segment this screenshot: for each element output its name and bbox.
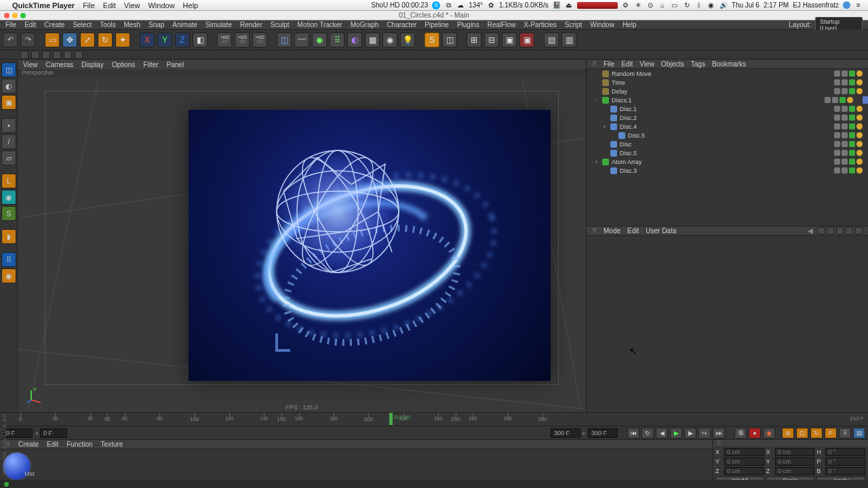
primitive-cube[interactable]: ◫ bbox=[277, 33, 292, 47]
realflow-icon[interactable]: S bbox=[425, 33, 439, 47]
workplane-mode[interactable]: ▣ bbox=[1, 95, 16, 110]
tag-icon[interactable] bbox=[825, 97, 831, 103]
attr-icon[interactable] bbox=[855, 227, 863, 235]
undo-button[interactable]: ↶ bbox=[3, 33, 18, 47]
object-row[interactable]: Random Move bbox=[587, 69, 868, 78]
prev-frame-button[interactable]: ◀ bbox=[656, 428, 668, 439]
object-row[interactable]: Delay bbox=[587, 87, 868, 96]
layer-dot-icon[interactable] bbox=[856, 70, 863, 77]
tag-icon[interactable] bbox=[834, 123, 840, 129]
tag-icon[interactable] bbox=[842, 141, 848, 147]
object-row[interactable]: Disc.2 bbox=[587, 113, 868, 122]
object-row[interactable]: Disc.1 bbox=[587, 104, 868, 113]
attr-icon[interactable] bbox=[846, 227, 853, 235]
om-menu[interactable]: Bookmarks bbox=[712, 60, 746, 68]
wifi-icon[interactable]: ◉ bbox=[707, 1, 715, 9]
tag-icon[interactable] bbox=[834, 106, 840, 112]
axis-x-toggle[interactable]: X bbox=[140, 33, 155, 47]
eject-icon[interactable]: ⏏ bbox=[565, 1, 573, 9]
tag-icon[interactable] bbox=[849, 88, 855, 94]
select-tool[interactable]: ▭ bbox=[45, 33, 60, 47]
menu-view[interactable]: View bbox=[124, 1, 140, 9]
status-time[interactable]: 2:17 PM bbox=[764, 1, 789, 9]
status-user[interactable]: EJ Hassenfratz bbox=[793, 1, 839, 9]
app-name[interactable]: QuickTime Player bbox=[12, 1, 75, 9]
object-row[interactable]: Disc bbox=[587, 140, 868, 148]
om-menu[interactable]: File bbox=[604, 60, 614, 68]
timemachine-icon[interactable]: ↻ bbox=[683, 1, 691, 9]
soft-select[interactable]: ◗ bbox=[1, 229, 16, 244]
camera-icon[interactable]: ◉ bbox=[382, 33, 397, 47]
tag-icon[interactable] bbox=[849, 123, 855, 129]
coord-system[interactable]: ◧ bbox=[193, 33, 208, 47]
menu-item[interactable]: Motion Tracker bbox=[298, 21, 342, 28]
mat-menu[interactable]: Edit bbox=[47, 441, 58, 448]
object-row[interactable]: Disc.3 bbox=[587, 166, 868, 175]
mini-tool[interactable] bbox=[31, 51, 39, 59]
menu-item[interactable]: Mesh bbox=[124, 21, 140, 28]
menu-item[interactable]: Create bbox=[44, 21, 64, 28]
spline-pen[interactable]: 〰 bbox=[294, 33, 309, 47]
tag-icon[interactable] bbox=[834, 88, 840, 94]
tag-icon[interactable] bbox=[842, 159, 848, 165]
render-settings[interactable]: 🎬 bbox=[252, 33, 267, 47]
bluetooth-icon[interactable]: ᛒ bbox=[695, 1, 703, 9]
record-key-button[interactable]: ⦿ bbox=[734, 428, 747, 439]
object-name[interactable]: Random Move bbox=[612, 70, 831, 77]
range-start-field[interactable]: 0 F bbox=[40, 428, 67, 438]
menu-file[interactable]: File bbox=[83, 1, 95, 9]
layer-dot-icon[interactable] bbox=[856, 141, 863, 147]
layer-dot-icon[interactable] bbox=[856, 167, 863, 174]
tag-icon[interactable] bbox=[834, 159, 840, 165]
tag-icon[interactable] bbox=[834, 132, 840, 138]
object-row[interactable]: Disc.5 bbox=[587, 148, 868, 157]
tag-icon[interactable] bbox=[834, 141, 840, 147]
menu-item[interactable]: Animate bbox=[172, 21, 197, 28]
tag-icon[interactable] bbox=[849, 150, 855, 156]
axis-z-toggle[interactable]: Z bbox=[175, 33, 190, 47]
play-button[interactable]: ▶ bbox=[670, 428, 682, 439]
tag-icon[interactable] bbox=[842, 167, 848, 174]
texture-mode[interactable]: ◐ bbox=[1, 79, 16, 94]
render-view[interactable]: 🎬 bbox=[217, 33, 232, 47]
object-name[interactable]: Delay bbox=[612, 88, 831, 95]
coord-field[interactable]: 0 cm bbox=[724, 467, 764, 475]
axis-y-toggle[interactable]: Y bbox=[157, 33, 172, 47]
tool-icon[interactable]: ▣ bbox=[519, 33, 534, 47]
home-icon[interactable]: ⌂ bbox=[658, 1, 667, 9]
structure-icon[interactable]: ▥ bbox=[561, 33, 576, 47]
status-date[interactable]: Thu Jul 6 bbox=[732, 1, 760, 9]
menu-item[interactable]: RealFlow bbox=[488, 21, 516, 28]
menu-help[interactable]: Help bbox=[183, 1, 199, 9]
tag-icon[interactable] bbox=[842, 106, 848, 112]
tag-icon[interactable] bbox=[842, 88, 848, 94]
light-icon[interactable]: 💡 bbox=[400, 33, 415, 47]
om-menu[interactable]: View bbox=[639, 60, 654, 68]
object-name[interactable]: Atom Array bbox=[612, 159, 831, 165]
keyframe-sel-button[interactable]: ◉ bbox=[763, 428, 775, 439]
layer-dot-icon[interactable] bbox=[856, 150, 863, 156]
tag-icon[interactable] bbox=[834, 79, 840, 85]
key-scale-button[interactable]: ⊡ bbox=[796, 428, 808, 439]
snap-icon[interactable]: ⊞ bbox=[467, 33, 481, 47]
tag-icon[interactable] bbox=[849, 115, 855, 121]
menu-item[interactable]: X-Particles bbox=[524, 21, 556, 28]
menu-item[interactable]: Simulate bbox=[205, 21, 232, 28]
tag-icon[interactable] bbox=[849, 70, 855, 77]
snap-mode[interactable]: S bbox=[1, 206, 16, 221]
expand-toggle[interactable]: + bbox=[601, 123, 608, 130]
menu-item[interactable]: Select bbox=[73, 21, 92, 28]
skype-icon[interactable]: S bbox=[432, 1, 440, 9]
quantize[interactable]: ◉ bbox=[1, 268, 16, 283]
environment-icon[interactable]: ▦ bbox=[365, 33, 380, 47]
expand-toggle[interactable]: + bbox=[593, 159, 599, 165]
object-name[interactable]: Time bbox=[612, 79, 831, 86]
mini-tool[interactable] bbox=[75, 51, 83, 59]
generator-icon[interactable]: ◉ bbox=[312, 33, 327, 47]
object-name[interactable]: Disc.5 bbox=[628, 132, 831, 139]
key-rot-button[interactable]: ↻ bbox=[810, 428, 823, 439]
minimize-icon[interactable] bbox=[12, 13, 18, 18]
vp-menu[interactable]: Filter bbox=[143, 61, 158, 68]
tag-icon[interactable] bbox=[842, 132, 848, 138]
display-icon[interactable]: ▭ bbox=[671, 1, 679, 9]
